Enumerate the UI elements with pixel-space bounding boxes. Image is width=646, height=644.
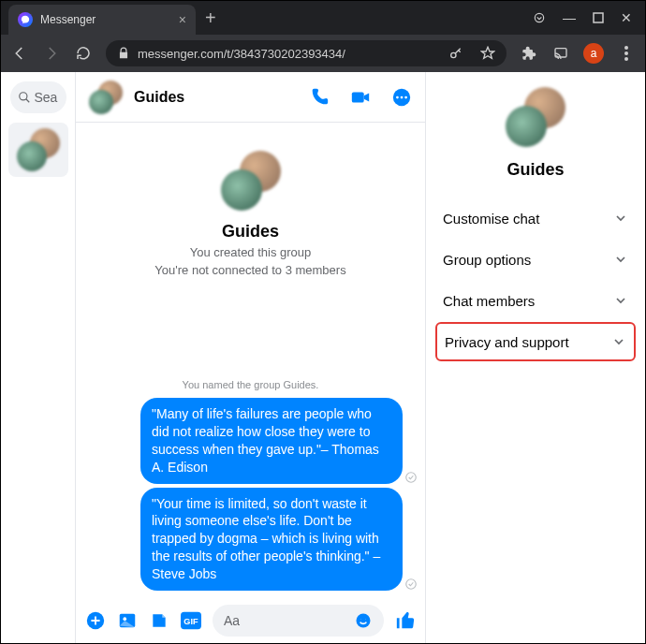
menu-icon[interactable] <box>617 44 636 63</box>
header-avatar <box>89 80 123 114</box>
svg-point-0 <box>535 13 543 22</box>
sent-message[interactable]: "Your time is limited, so don't waste it… <box>140 488 403 591</box>
browser-toolbar: messenger.com/t/3843730202393434/ a <box>1 35 645 72</box>
sent-message[interactable]: "Many of life's failures are people who … <box>140 398 403 484</box>
chevron-down-icon <box>611 334 626 349</box>
new-tab-button[interactable]: + <box>205 7 216 29</box>
key-icon[interactable] <box>448 46 463 61</box>
intro-title: Guides <box>222 222 279 242</box>
reload-icon[interactable] <box>74 44 93 63</box>
section-privacy-and-support[interactable]: Privacy and support <box>435 322 636 361</box>
group-avatar <box>17 128 60 171</box>
chat-pane: Guides Guides You created this group You… <box>76 72 426 643</box>
chat-header: Guides <box>76 72 425 123</box>
chat-body: Guides You created this group You're not… <box>76 123 425 598</box>
browser-tab[interactable]: Messenger × <box>8 5 196 35</box>
plus-icon[interactable] <box>85 610 106 631</box>
message-placeholder: Aa <box>224 613 240 628</box>
svg-point-14 <box>406 579 417 590</box>
chevron-down-icon <box>613 211 628 226</box>
url-bar[interactable]: messenger.com/t/3843730202393434/ <box>106 40 507 66</box>
close-window-icon[interactable]: ✕ <box>621 10 632 25</box>
svg-rect-1 <box>594 13 603 22</box>
section-chat-members[interactable]: Chat members <box>435 281 636 320</box>
like-icon[interactable] <box>395 610 416 631</box>
svg-point-20 <box>357 614 371 628</box>
maximize-icon[interactable] <box>593 12 604 23</box>
call-icon[interactable] <box>309 87 330 108</box>
forward-icon[interactable] <box>42 44 61 63</box>
svg-point-17 <box>123 617 126 621</box>
lock-icon <box>117 47 130 60</box>
section-customise-chat[interactable]: Customise chat <box>435 198 636 238</box>
intro-avatar <box>221 151 281 211</box>
message-row: "Many of life's failures are people who … <box>85 398 416 486</box>
chevron-down-icon <box>613 252 628 267</box>
svg-point-10 <box>396 95 399 98</box>
panel-avatar <box>506 87 565 147</box>
svg-rect-8 <box>352 92 364 102</box>
photo-icon[interactable] <box>117 610 138 631</box>
browser-window: Messenger × + — ✕ messenger.com/t/384373… <box>0 0 646 644</box>
svg-point-2 <box>451 52 456 57</box>
svg-point-5 <box>624 51 628 55</box>
sticker-icon[interactable] <box>149 610 169 631</box>
titlebar: Messenger × + — ✕ <box>1 1 645 35</box>
svg-point-7 <box>19 93 26 100</box>
window-controls: — ✕ <box>533 10 645 35</box>
sent-status-icon <box>404 471 418 484</box>
search-input[interactable]: Sea <box>10 81 66 113</box>
keydown-icon[interactable] <box>533 11 546 24</box>
composer: GIF Aa <box>76 598 425 643</box>
conversation-item[interactable] <box>8 123 68 177</box>
svg-point-4 <box>624 46 628 50</box>
svg-point-13 <box>406 472 417 482</box>
gif-icon[interactable]: GIF <box>181 610 201 631</box>
star-icon[interactable] <box>480 46 495 61</box>
tab-title: Messenger <box>40 13 95 26</box>
message-input[interactable]: Aa <box>213 605 384 637</box>
svg-point-6 <box>624 57 628 61</box>
named-group-line: You named the group Guides. <box>183 379 319 390</box>
video-icon[interactable] <box>350 87 371 108</box>
chevron-down-icon <box>613 293 628 308</box>
panel-title: Guides <box>507 160 564 180</box>
minimize-icon[interactable]: — <box>563 10 576 25</box>
message-row: "Your time is limited, so don't waste it… <box>85 488 416 593</box>
svg-point-11 <box>401 95 404 98</box>
svg-point-22 <box>364 618 366 620</box>
svg-text:GIF: GIF <box>184 617 198 626</box>
svg-point-21 <box>360 618 361 620</box>
details-panel: Guides Customise chat Group options Chat… <box>426 72 645 643</box>
chat-title: Guides <box>134 89 184 106</box>
section-group-options[interactable]: Group options <box>435 240 636 279</box>
messenger-favicon <box>18 12 33 27</box>
messenger-app: Sea Guides Guides You created this group <box>1 72 645 643</box>
back-icon[interactable] <box>10 44 29 63</box>
search-icon <box>18 91 31 104</box>
profile-avatar-button[interactable]: a <box>583 43 604 64</box>
close-tab-icon[interactable]: × <box>179 12 186 27</box>
extensions-icon[interactable] <box>520 44 538 63</box>
created-line: You created this group <box>190 245 312 259</box>
panel-sections: Customise chat Group options Chat member… <box>435 198 636 361</box>
cast-icon[interactable] <box>551 44 570 63</box>
url-text: messenger.com/t/3843730202393434/ <box>138 47 345 61</box>
svg-point-12 <box>404 95 407 98</box>
sidebar: Sea <box>1 72 76 643</box>
emoji-icon[interactable] <box>354 611 373 630</box>
not-connected-line: You're not connected to 3 members <box>154 263 345 277</box>
info-icon[interactable] <box>391 87 412 108</box>
sent-status-icon <box>404 578 418 591</box>
search-placeholder: Sea <box>35 90 58 105</box>
